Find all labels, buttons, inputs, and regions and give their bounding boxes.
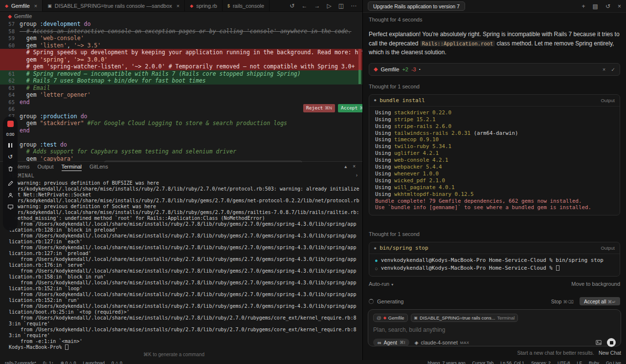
screen-toggle-button[interactable]	[7, 203, 14, 210]
editor-line[interactable]: 58 # Access an interactive console on ex…	[0, 28, 362, 35]
editor-line[interactable]: 72 # Adds support for Capybara system te…	[0, 148, 362, 155]
output-token: stripe-rails 2.6.0	[394, 123, 451, 129]
statusbar-item[interactable]: 0↓ 1↑	[43, 360, 54, 364]
panel-tab-terminal[interactable]: Terminal	[62, 163, 82, 171]
stop-recording-button[interactable]	[7, 121, 14, 127]
back-icon[interactable]: ←	[301, 2, 307, 9]
close-tab-icon[interactable]: ×	[34, 3, 37, 9]
editor-line[interactable]: 69end	[0, 127, 362, 134]
chat-input-box[interactable]: @ ◆ Gemfile ▣ DISABLE_SPRING=true rails …	[368, 309, 621, 346]
statusbar-item[interactable]: LF	[577, 360, 582, 364]
bundle-output[interactable]: Using stackdriver 0.22.0Using stripe 15.…	[369, 107, 620, 215]
next-diff-icon[interactable]: ▾	[133, 162, 135, 162]
accept-hunk-button[interactable]: Accept⌘Y	[338, 104, 362, 112]
tab-spring-rb[interactable]: ◆ spring.rb	[185, 0, 223, 11]
context-chip-terminal[interactable]: ▣ DISABLE_SPRING=true rails cons... Term…	[411, 314, 518, 322]
context-chip-gemfile[interactable]: @ ◆ Gemfile	[373, 314, 408, 322]
editor-line[interactable]: # gem 'spring-watcher-listen', '~> 2.0.0…	[0, 63, 362, 70]
tab-rails-console[interactable]: $ rails_console	[223, 0, 269, 11]
close-panel-icon[interactable]: ×	[353, 164, 356, 169]
thought-row[interactable]: Thought for 4 seconds	[369, 17, 620, 22]
image-icon[interactable]	[595, 339, 602, 346]
new-chat-icon[interactable]: +	[582, 3, 585, 10]
terminal-list-chevron-icon[interactable]: ›	[356, 172, 358, 178]
statusbar-item[interactable]: Launchpad	[83, 360, 105, 364]
run-icon[interactable]: ▷	[327, 2, 331, 9]
split-editor-icon[interactable]: ◫	[338, 2, 344, 9]
editor-line[interactable]: 59 gem 'web-console'	[0, 35, 362, 42]
statusbar-item[interactable]: ⊗ 0 △ 0	[61, 360, 76, 364]
close-chat-icon[interactable]: ×	[618, 3, 621, 10]
model-selector[interactable]: ◈ claude-4-sonnet MAX	[414, 340, 469, 345]
tab-gemfile[interactable]: ◆ Gemfile ×	[0, 0, 43, 11]
editor-line[interactable]: 67group :production do	[0, 113, 362, 120]
thought-row[interactable]: Thought for 1 second	[369, 84, 620, 89]
agent-mode-pill[interactable]: ∞ Agent ⌘I	[373, 339, 409, 346]
statusbar-item[interactable]: bhang, 7 years ago	[427, 360, 465, 364]
editor-line[interactable]: 60 gem 'listen', '~> 3.5'	[0, 42, 362, 49]
panel-tab-gitlens[interactable]: GitLens	[89, 163, 108, 171]
prev-diff-icon[interactable]: ▴	[108, 162, 111, 162]
undo-icon[interactable]: ↺	[290, 2, 294, 9]
tab-rails-console-sandbox[interactable]: ▣ DISABLE_SPRING=true rails console —san…	[43, 0, 185, 11]
statusbar-item[interactable]: rails-7-upgrade*	[5, 360, 36, 364]
delete-recording-button[interactable]	[7, 165, 14, 172]
prev-file-icon[interactable]: ‹	[247, 162, 250, 162]
statusbar-item[interactable]: Go Live	[606, 360, 621, 364]
reject-changes-icon[interactable]: ×	[603, 66, 605, 72]
stop-send-button[interactable]	[607, 338, 616, 347]
editor-line[interactable]: 61 # Spring removed — incompatible with …	[0, 70, 362, 78]
editor-line[interactable]: 70	[0, 134, 362, 141]
next-file-icon[interactable]: ›	[296, 162, 298, 162]
code-editor[interactable]: 57group :development do58 # Access an in…	[0, 21, 362, 162]
editor-line[interactable]: gem 'spring', '>= 3.0.0'	[0, 56, 362, 64]
spring-output[interactable]: ●venvkodykendall@Kodys-MacBook-Pro Home-…	[369, 254, 620, 276]
panel-tab-output[interactable]: Output	[37, 163, 53, 171]
statusbar-item[interactable]: Ln 56, Col 1	[500, 360, 524, 364]
status-bar[interactable]: rails-7-upgrade*0↓ 1↑⊗ 0 △ 0Launchpad0 △…	[0, 360, 626, 364]
more-actions-icon[interactable]: ⋯	[351, 2, 357, 9]
maximize-panel-icon[interactable]: ▴	[344, 164, 347, 169]
terminal-output[interactable]: warning: previous definition of BUFSIZE …	[9, 180, 359, 350]
code-block-header[interactable]: ● bundle install Output	[369, 95, 620, 107]
statusbar-item[interactable]: Spaces: 2	[531, 360, 551, 364]
chat-body[interactable]: Thought for 4 seconds Perfect explanatio…	[363, 13, 626, 298]
statusbar-item[interactable]: 0 △ 0	[112, 360, 122, 364]
stop-generation-button[interactable]: Stop ⌘⌫	[551, 299, 574, 304]
chat-input-placeholder[interactable]: Plan, search, build anything	[373, 326, 616, 333]
file-change-card[interactable]: ◆ Gemfile +2 -3 • × ✓	[369, 63, 620, 76]
accept-changes-icon[interactable]: ✓	[611, 66, 615, 72]
pause-recording-button[interactable]	[7, 142, 14, 149]
move-to-background-button[interactable]: Move to background	[571, 281, 620, 287]
editor-line[interactable]: 57group :development do	[0, 21, 362, 28]
statusbar-item[interactable]: Ruby	[589, 360, 599, 364]
statusbar-item[interactable]: Cursor Tab	[472, 360, 494, 364]
camera-toggle-button[interactable]	[7, 192, 14, 198]
editor-line[interactable]: 62 # Rails 7 uses Bootsnap + bin/dev for…	[0, 77, 362, 85]
new-chat-button[interactable]: New Chat	[599, 350, 621, 356]
code-block-header[interactable]: ● bin/spring stop Output	[369, 242, 620, 254]
editor-line[interactable]: 71group :test do	[0, 141, 362, 149]
accept-file-button[interactable]: Accept file⌘⇧↵	[197, 162, 239, 163]
draw-tool-button[interactable]	[7, 180, 14, 187]
output-line: Using web-console 4.2.1	[375, 157, 614, 164]
editor-line[interactable]: 64 gem 'letter_opener'	[0, 91, 362, 99]
chat-title-tab[interactable]: Upgrade Rails application to version 7	[368, 1, 465, 11]
breadcrumb[interactable]: ◆ Gemfile	[0, 12, 362, 21]
thought-row[interactable]: Thought for 1 second	[369, 231, 620, 237]
restart-recording-button[interactable]: ↺	[7, 153, 14, 160]
terminal-prompt[interactable]: Kodys-MacBook-Pro%	[9, 344, 359, 350]
history-icon[interactable]: ↺	[605, 3, 610, 10]
editor-line[interactable]: # Spring speeds up development by keepin…	[0, 49, 362, 56]
forward-icon[interactable]: →	[314, 2, 320, 9]
close-tab-icon[interactable]: ×	[177, 3, 179, 9]
output-token: (arm64-darwin)	[470, 130, 518, 136]
reject-hunk-button[interactable]: Reject⌘N	[303, 104, 335, 112]
statusbar-item[interactable]: UTF-8	[558, 360, 570, 364]
panel-layout-icon[interactable]: ▤	[593, 3, 598, 10]
reject-file-button[interactable]: Reject file ⌘⇧⌫	[144, 162, 193, 162]
editor-line[interactable]: 68 gem "stackdriver" #For Google Cloud L…	[0, 120, 362, 127]
auto-run-dropdown[interactable]: Auto-run▾	[369, 281, 393, 287]
accept-all-button[interactable]: Accept all ⌘↵	[580, 297, 620, 305]
editor-line[interactable]: 63 # Email	[0, 85, 362, 92]
